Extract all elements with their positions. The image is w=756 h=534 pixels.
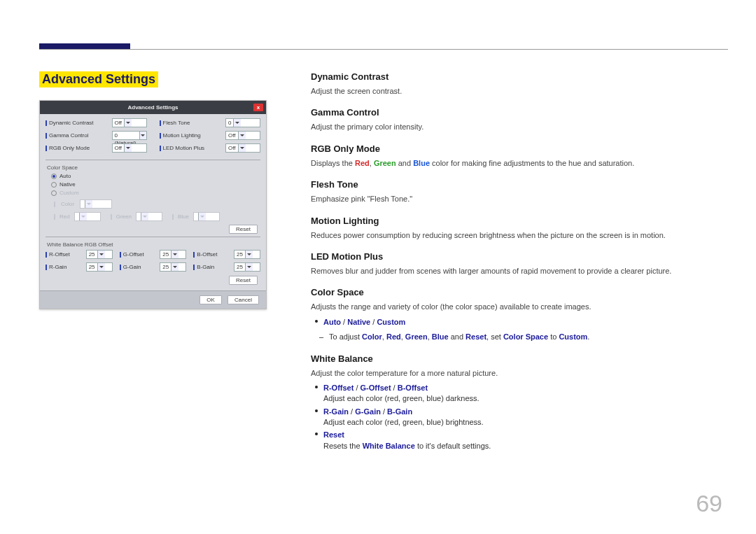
chevron-down-icon: [198, 213, 206, 220]
chevron-down-icon: [97, 251, 105, 258]
chevron-down-icon: [238, 132, 246, 139]
list-item: – To adjust Color, Red, Green, Blue and …: [329, 332, 722, 342]
chevron-down-icon: [245, 251, 253, 258]
list-item: R-Offset / G-Offset / B-Offset Adjust ea…: [323, 383, 722, 405]
tick-icon: [111, 214, 112, 220]
dd-dynamic-contrast[interactable]: Off: [112, 118, 147, 127]
chevron-down-icon: [97, 263, 105, 271]
radio-icon: [51, 174, 57, 179]
btn-reset-wb[interactable]: Reset: [229, 276, 258, 285]
dd-flesh-tone[interactable]: 0: [225, 118, 260, 127]
radio-label: Auto: [59, 173, 71, 179]
chevron-down-icon: [79, 213, 87, 220]
ctrl-label: B-Offset: [197, 251, 217, 258]
dd-b-offset[interactable]: 25: [234, 250, 260, 259]
panel-titlebar: Advanced Settings x: [40, 101, 266, 114]
dd-r-gain[interactable]: 25: [86, 262, 113, 272]
heading-gamma-control: Gamma Control: [311, 107, 722, 118]
radio-custom[interactable]: Custom: [51, 190, 260, 196]
page-title: Advanced Settings: [39, 71, 158, 87]
header-rule: [39, 49, 728, 50]
ctrl-label: Green: [116, 213, 132, 220]
divider: [46, 237, 260, 237]
chevron-down-icon: [245, 263, 253, 271]
tick-icon: [172, 214, 174, 220]
ctrl-label: R-Offset: [49, 251, 70, 258]
dd-rgb-only[interactable]: Off: [112, 143, 147, 153]
heading-motion-lighting: Motion Lighting: [311, 216, 722, 226]
group-white-balance: White Balance RGB Offset: [47, 241, 260, 248]
heading-rgb-only-mode: RGB Only Mode: [311, 143, 722, 154]
ctrl-flesh-tone: Flesh Tone 0: [160, 118, 261, 127]
bullet-icon: [315, 433, 318, 435]
heading-led-motion-plus: LED Motion Plus: [311, 251, 722, 262]
list-item: Reset Resets the White Balance to it's d…: [323, 430, 722, 451]
panel-body: Dynamic Contrast Off Flesh Tone 0 Gamma …: [40, 114, 266, 290]
dd-b-gain[interactable]: 25: [234, 262, 260, 272]
ctrl-label: RGB Only Mode: [49, 145, 90, 151]
ctrl-label: Color: [61, 201, 74, 207]
panel-title-text: Advanced Settings: [127, 104, 178, 111]
radio-native[interactable]: Native: [51, 181, 260, 188]
ctrl-label: Blue: [178, 213, 189, 220]
sublist-color-space: – To adjust Color, Red, Green, Blue and …: [311, 332, 722, 342]
panel-top-grid: Dynamic Contrast Off Flesh Tone 0 Gamma …: [46, 118, 260, 157]
list-item: Auto / Native / Custom: [323, 317, 722, 328]
chevron-down-icon: [139, 132, 146, 139]
ctrl-motion-lighting: Motion Lighting Off: [160, 131, 261, 140]
close-icon[interactable]: x: [253, 104, 263, 111]
btn-reset-colorspace[interactable]: Reset: [229, 225, 258, 234]
group-color-space: Color Space: [47, 164, 260, 171]
cancel-button[interactable]: Cancel: [227, 295, 259, 304]
radio-icon: [51, 190, 57, 196]
ctrl-label: R-Gain: [49, 264, 66, 270]
radio-auto[interactable]: Auto: [51, 173, 260, 179]
desc-white-balance: Adjust the color temperature for a more …: [311, 368, 722, 379]
divider: [46, 160, 260, 160]
panel-footer: OK Cancel: [40, 290, 266, 309]
dd-motion-lighting[interactable]: Off: [225, 131, 260, 140]
desc-motion-lighting: Reduces power consumption by reducing sc…: [311, 230, 722, 241]
ok-button[interactable]: OK: [200, 295, 222, 304]
chevron-down-icon: [233, 119, 241, 127]
bullet-icon: [315, 320, 318, 323]
dd-g-gain[interactable]: 25: [160, 262, 186, 272]
radio-label: Native: [59, 181, 76, 188]
ctrl-label: Motion Lighting: [163, 132, 201, 139]
ctrl-led-motion-plus: LED Motion Plus Off: [160, 143, 261, 153]
chevron-down-icon: [141, 213, 148, 220]
bullet-icon: [315, 409, 318, 412]
ctrl-g-offset: G-Offset25: [120, 250, 187, 259]
ctrl-label: G-Gain: [123, 264, 141, 270]
radio-icon: [51, 182, 57, 188]
dd-blue-disabled: [193, 212, 220, 221]
ctrl-label: Dynamic Contrast: [49, 120, 94, 126]
dd-r-offset[interactable]: 25: [86, 250, 113, 259]
heading-white-balance: White Balance: [311, 353, 722, 364]
dd-red-disabled: [74, 212, 101, 221]
ctrl-label: LED Motion Plus: [163, 145, 205, 151]
dd-led-motion-plus[interactable]: Off: [225, 143, 260, 153]
desc-dynamic-contrast: Adjust the screen contrast.: [311, 86, 722, 97]
list-color-space: Auto / Native / Custom: [311, 317, 722, 328]
dd-gamma[interactable]: 0 (Natural): [112, 131, 147, 140]
ctrl-r-offset: R-Offset25: [46, 250, 113, 259]
tick-icon: [54, 214, 55, 220]
bullet-icon: [315, 386, 318, 388]
ctrl-b-gain: B-Gain25: [193, 262, 260, 272]
ctrl-label: Gamma Control: [49, 132, 88, 139]
ctrl-label: Red: [59, 213, 70, 220]
radio-label: Custom: [59, 190, 79, 196]
dd-green-disabled: [136, 212, 162, 221]
ctrl-label: G-Offset: [123, 251, 144, 258]
dd-color-disabled: [80, 199, 112, 209]
list-item: R-Gain / G-Gain / B-Gain Adjust each col…: [323, 407, 722, 428]
dd-g-offset[interactable]: 25: [160, 250, 186, 259]
chevron-down-icon: [124, 144, 132, 152]
page-number: 69: [696, 490, 722, 517]
color-space-radios: Auto Native Custom: [46, 173, 260, 196]
ctrl-r-gain: R-Gain25: [46, 262, 113, 272]
content-column: Dynamic Contrast Adjust the screen contr…: [311, 71, 722, 454]
desc-flesh-tone: Emphasize pink "Flesh Tone.": [311, 194, 722, 204]
ctrl-dynamic-contrast: Dynamic Contrast Off: [46, 118, 147, 127]
